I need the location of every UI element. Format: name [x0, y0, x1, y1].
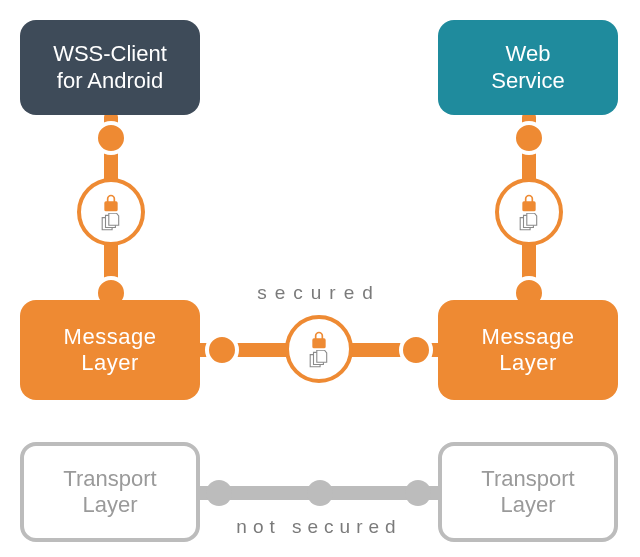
node-trans-right-line1: Transport	[481, 466, 574, 492]
dot	[512, 121, 546, 155]
lock-icon	[519, 193, 539, 213]
node-trans-left-line2: Layer	[63, 492, 156, 518]
node-trans-right-line2: Layer	[481, 492, 574, 518]
label-secured: secured	[219, 282, 419, 304]
node-msg-right-line2: Layer	[482, 350, 575, 376]
badge-right	[495, 178, 563, 246]
node-msg-right: Message Layer	[438, 300, 618, 400]
dot	[94, 121, 128, 155]
dot	[405, 480, 431, 506]
node-service-line1: Web	[491, 41, 564, 67]
diagram-canvas: WSS-Client for Android Web Service Messa…	[0, 0, 640, 557]
badge-center	[285, 315, 353, 383]
node-service: Web Service	[438, 20, 618, 115]
dot	[205, 333, 239, 367]
dot	[399, 333, 433, 367]
node-client-line1: WSS-Client	[53, 41, 167, 67]
node-msg-left-line1: Message	[64, 324, 157, 350]
dot	[206, 480, 232, 506]
node-trans-right: Transport Layer	[438, 442, 618, 542]
node-client: WSS-Client for Android	[20, 20, 200, 115]
node-msg-left-line2: Layer	[64, 350, 157, 376]
lock-icon	[101, 193, 121, 213]
badge-left	[77, 178, 145, 246]
label-not-secured: not secured	[219, 516, 419, 538]
node-msg-left: Message Layer	[20, 300, 200, 400]
files-icon	[308, 350, 330, 368]
node-msg-right-line1: Message	[482, 324, 575, 350]
node-client-line2: for Android	[53, 68, 167, 94]
lock-icon	[309, 330, 329, 350]
files-icon	[518, 213, 540, 231]
dot	[307, 480, 333, 506]
files-icon	[100, 213, 122, 231]
node-trans-left-line1: Transport	[63, 466, 156, 492]
node-service-line2: Service	[491, 68, 564, 94]
node-trans-left: Transport Layer	[20, 442, 200, 542]
